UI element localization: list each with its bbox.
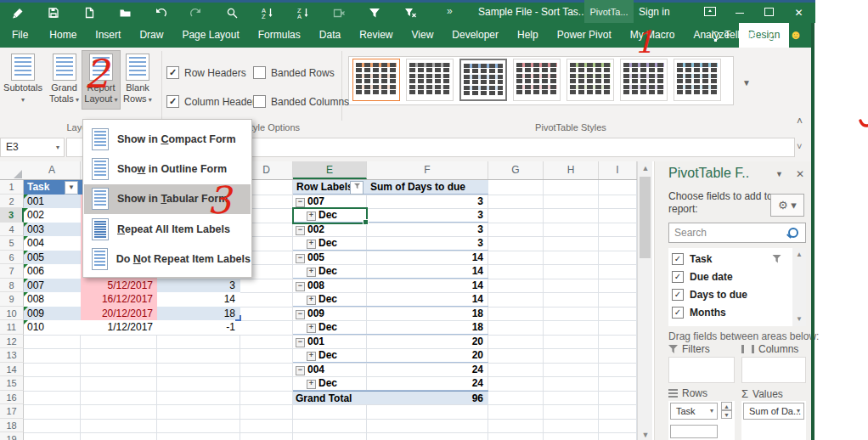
collapse-ribbon-chevron[interactable]: ˄ [797, 116, 803, 127]
field-checkbox-icon[interactable]: ✓ [672, 289, 684, 301]
expand-box-icon[interactable]: + [307, 240, 316, 249]
vertical-scrollbar[interactable]: ▲▼ [637, 161, 652, 440]
checkbox-banded-rows[interactable]: Banded Rows [253, 66, 335, 79]
formula-bar-expand-chevron[interactable]: ˅ [797, 141, 802, 151]
expand-box-icon[interactable]: + [307, 296, 316, 305]
row-header-3[interactable]: 3 [0, 208, 24, 223]
expand-box-icon[interactable]: + [307, 324, 316, 333]
checkbox-banded-columns[interactable]: Banded Columns [253, 95, 349, 108]
collapse-box-icon[interactable]: − [296, 310, 305, 319]
maximize-button[interactable] [754, 7, 784, 19]
pivot-value-cell[interactable]: 18 [367, 307, 488, 321]
row-header-9[interactable]: 9 [0, 292, 24, 307]
task-cell-007[interactable]: 007 [24, 279, 81, 293]
column-header-f[interactable]: F [367, 161, 488, 179]
pivot-row-label[interactable]: −005 [293, 251, 367, 265]
checkbox-icon[interactable] [253, 66, 266, 79]
pivot-style-swatch-1[interactable] [352, 59, 400, 101]
menu-item-show-in-compact-form[interactable]: Show in Compact Form [84, 124, 251, 154]
spin-up-icon[interactable]: ▲ [721, 402, 732, 410]
pivot-row-label[interactable]: −001 [293, 335, 367, 349]
checkbox-column-headers[interactable]: ✓Column Headers [166, 95, 261, 108]
pivot-value-cell[interactable]: 18 [367, 320, 488, 335]
tab-help[interactable]: Help [508, 23, 548, 48]
task-cell-009[interactable]: 009 [24, 307, 81, 321]
pivot-value-cell[interactable]: 3 [367, 223, 488, 237]
pen-icon[interactable] [0, 7, 36, 20]
task-cell-006[interactable]: 006 [24, 264, 81, 279]
row-header-18[interactable]: 18 [0, 419, 24, 433]
pivot-value-cell[interactable]: 24 [367, 363, 488, 377]
fill-handle[interactable] [363, 219, 369, 225]
menu-item-repeat-all-item-labels[interactable]: Repeat All Item Labels [84, 214, 251, 244]
due-date-cell[interactable]: 20/12/2017 [81, 307, 157, 321]
rows-field-chip-partial[interactable] [670, 425, 718, 438]
rows-field-chip-task[interactable]: Task▾ [670, 403, 718, 420]
due-date-cell[interactable]: 16/12/2017 [81, 292, 157, 307]
report-layout-button[interactable]: ReportLayout ▾ [82, 51, 120, 109]
pivot-value-cell[interactable]: 3 [367, 236, 488, 251]
row-header-6[interactable]: 6 [0, 251, 24, 265]
column-header-g[interactable]: G [488, 161, 544, 179]
filter-icon[interactable] [357, 7, 392, 20]
minimize-button[interactable] [724, 7, 754, 19]
filters-drop-area[interactable] [668, 357, 735, 383]
collapse-box-icon[interactable]: − [296, 338, 305, 347]
tab-insert[interactable]: Insert [86, 23, 130, 48]
field-item-months[interactable]: ✓Months [672, 303, 726, 321]
save-icon[interactable] [36, 7, 71, 20]
qat-overflow-chevron[interactable]: » [447, 5, 453, 17]
share-icon[interactable] [767, 28, 781, 44]
pivot-value-cell[interactable]: 96 [367, 391, 488, 405]
column-header-e[interactable]: E [293, 161, 367, 179]
row-labels-sort-filter-button[interactable] [350, 181, 364, 195]
open-icon[interactable] [107, 7, 143, 20]
task-cell-001[interactable]: 001 [24, 195, 81, 209]
pivot-value-cell[interactable]: 24 [367, 376, 488, 391]
row-header-4[interactable]: 4 [0, 223, 24, 237]
tab-file[interactable]: File [0, 23, 40, 48]
checkbox-icon[interactable]: ✓ [166, 66, 179, 79]
tab-power-pivot[interactable]: Power Pivot [548, 23, 621, 48]
row-header-15[interactable]: 15 [0, 376, 24, 391]
pivot-value-cell[interactable]: 3 [367, 195, 488, 209]
field-checkbox-icon[interactable]: ✓ [672, 307, 684, 319]
chip-dropdown-icon[interactable]: ▾ [710, 403, 713, 419]
pivot-style-swatch-4[interactable] [513, 59, 561, 101]
print-preview-icon[interactable] [214, 7, 250, 20]
scroll-up-arrow[interactable]: ▲ [792, 248, 806, 262]
row-header-14[interactable]: 14 [0, 363, 24, 377]
expand-box-icon[interactable]: + [307, 268, 316, 277]
pivot-row-label[interactable]: −009 [293, 307, 367, 321]
tell-me-box[interactable]: Tell me [712, 23, 757, 48]
row-header-5[interactable]: 5 [0, 236, 24, 251]
field-item-task[interactable]: ✓Task [672, 250, 712, 268]
expand-box-icon[interactable]: + [307, 352, 316, 361]
pane-close-icon[interactable]: ✕ [796, 168, 804, 180]
pivot-style-swatch-6[interactable] [620, 59, 668, 101]
ribbon-display-options-button[interactable] [695, 7, 724, 19]
pivot-row-label[interactable]: +Dec [293, 236, 367, 251]
task-cell-008[interactable]: 008 [24, 292, 81, 307]
due-date-cell[interactable]: 1/12/2017 [81, 320, 157, 335]
pivot-row-label[interactable]: +Dec [293, 348, 367, 363]
tab-review[interactable]: Review [350, 23, 402, 48]
select-all-corner[interactable] [14, 170, 22, 178]
field-checkbox-icon[interactable]: ✓ [672, 253, 684, 265]
menu-item-do-not-repeat-item-labels[interactable]: Do Not Repeat Item Labels [84, 245, 251, 274]
days-to-due-cell[interactable]: 3 [157, 279, 240, 293]
pivot-value-cell[interactable]: 14 [367, 251, 488, 265]
close-button[interactable]: ✕ [784, 7, 814, 19]
scrollbar-thumb[interactable] [640, 177, 651, 258]
row-header-11[interactable]: 11 [0, 320, 24, 335]
collapse-box-icon[interactable]: − [296, 226, 305, 235]
sign-in-button[interactable]: Sign in [639, 6, 670, 18]
scroll-down-arrow[interactable]: ▼ [639, 428, 652, 440]
row-header-12[interactable]: 12 [0, 335, 24, 349]
pivot-row-label[interactable]: +Dec [293, 292, 367, 307]
column-header-i[interactable]: I [599, 161, 637, 179]
columns-drop-area[interactable] [741, 357, 806, 383]
days-to-due-cell[interactable]: -1 [157, 320, 240, 335]
pivot-style-swatch-7[interactable] [674, 59, 721, 101]
search-input[interactable]: Search [668, 223, 806, 243]
